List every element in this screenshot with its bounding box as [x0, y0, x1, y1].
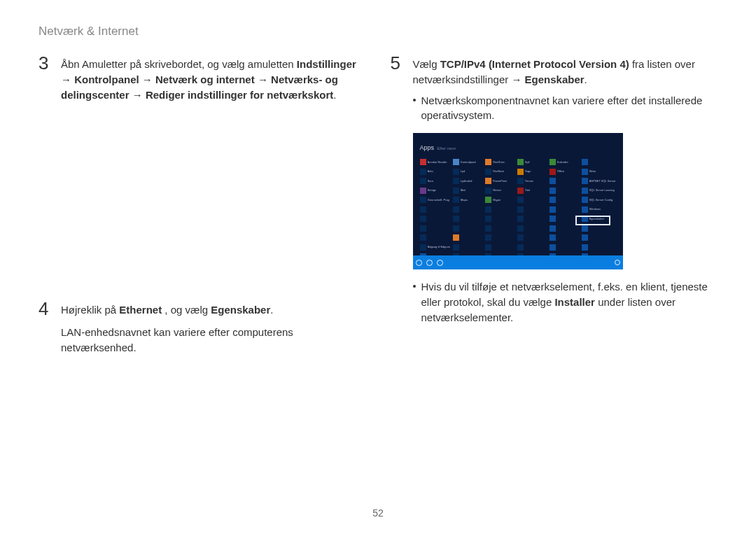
app-tile-label: Arkiv — [428, 169, 434, 174]
step-number: 3 — [38, 54, 52, 72]
app-tile: Beregn — [420, 186, 450, 195]
app-tile-icon — [420, 234, 426, 241]
step-4: 4 Højreklik på Ethernet , og vælg Egensk… — [38, 300, 366, 359]
app-tile — [420, 224, 450, 232]
app-tile-icon — [453, 159, 459, 165]
app-tile-icon — [453, 197, 459, 203]
text: Vælg — [413, 58, 440, 70]
app-tile — [485, 234, 514, 242]
app-tile-label: Weer — [589, 169, 596, 174]
app-tile: Skype — [485, 196, 514, 204]
app-tile — [550, 215, 579, 223]
app-tile-icon — [453, 188, 459, 194]
app-tile-icon — [420, 216, 426, 222]
app-tile-label: Office — [557, 169, 564, 174]
app-tile-label: Lyd — [461, 169, 465, 174]
bold-text: Ethernet — [119, 304, 162, 316]
app-tile — [453, 234, 482, 242]
text: Åbn Amuletter på skrivebordet, og vælg a… — [61, 58, 297, 70]
app-tile-label: Lydindstil — [461, 179, 472, 183]
app-tile-icon — [453, 244, 459, 251]
app-tile — [582, 224, 616, 232]
app-tile: Skitser — [485, 186, 514, 195]
app-tile — [517, 224, 547, 232]
app-tile-icon — [582, 188, 588, 194]
app-tile: SQL Server Løsning — [582, 186, 616, 195]
app-tile: Dato indstill. Prog — [420, 196, 450, 204]
app-tile — [420, 215, 450, 223]
app-tile-icon — [582, 178, 588, 184]
app-tile-label: PowerPoint — [493, 179, 507, 183]
app-tile: Lyd — [453, 167, 482, 176]
bullet-item: Hvis du vil tilføje et netværkselement, … — [413, 279, 718, 325]
step-body: Åbn Amuletter på skrivebordet, og vælg a… — [61, 54, 366, 106]
app-tile: Weer — [582, 167, 616, 176]
step-text: Vælg TCP/IPv4 (Internet Protocol Version… — [413, 57, 718, 87]
app-tile: ASPNET SQL Server — [582, 177, 616, 185]
app-tile — [582, 243, 616, 251]
app-tile-icon — [485, 234, 491, 241]
app-tile-icon — [485, 159, 491, 165]
text: Højreklik på — [61, 304, 119, 316]
app-tile-icon — [485, 216, 491, 222]
bullet-text: Hvis du vil tilføje et netværkselement, … — [421, 279, 718, 325]
app-tile-icon — [420, 159, 426, 165]
app-tile-icon — [582, 225, 588, 232]
app-tile-icon — [485, 169, 491, 175]
app-tile-icon — [550, 169, 556, 175]
app-tile-icon — [485, 197, 491, 203]
app-tile-icon — [420, 178, 426, 184]
apps-title: Apps — [420, 144, 435, 151]
app-tile-label: Kalender — [557, 160, 568, 164]
app-tile — [517, 234, 547, 242]
app-tile-icon — [517, 178, 524, 184]
app-tile-label: SQL Server Løsning — [589, 188, 615, 192]
apps-header: Apps Efter navn — [413, 133, 623, 155]
app-tile — [550, 205, 579, 213]
app-tile: Tegn — [517, 167, 547, 176]
app-tile: Titel — [517, 186, 547, 195]
bold-text: Egenskaber — [525, 73, 584, 85]
app-tile: Barn — [420, 177, 450, 185]
app-tile-label: Termin — [525, 179, 533, 183]
info-icon — [615, 260, 620, 265]
step-number: 5 — [391, 54, 405, 72]
app-tile-icon — [550, 178, 556, 184]
app-tile — [517, 205, 547, 213]
arrow: → — [255, 73, 271, 85]
text: . — [270, 304, 273, 316]
app-tile-label: Windows — [589, 207, 601, 211]
app-tile-icon — [517, 169, 524, 175]
app-tile-icon — [517, 206, 524, 213]
app-tile-icon — [517, 188, 524, 194]
app-tile-icon — [453, 178, 459, 184]
app-tile-label: Skype — [493, 198, 500, 202]
bullet-item: Netværkskomponentnavnet kan variere efte… — [413, 93, 718, 124]
app-tile-icon — [582, 206, 588, 213]
app-tile — [582, 158, 616, 167]
app-tile-icon — [517, 159, 524, 165]
app-tile — [453, 205, 482, 213]
app-tile-icon — [582, 159, 588, 165]
arrow: → — [61, 73, 74, 85]
app-tile-icon — [420, 197, 426, 203]
app-tile — [517, 243, 547, 251]
app-tile: Mail — [453, 186, 482, 195]
app-tile-label: Skitser — [493, 188, 501, 192]
text: , og vælg — [162, 304, 211, 316]
step-3: 3 Åbn Amuletter på skrivebordet, og vælg… — [38, 54, 366, 106]
step-body: Vælg TCP/IPv4 (Internet Protocol Version… — [413, 54, 718, 330]
app-tile: Arkiv — [420, 167, 450, 176]
step-subtext: LAN-enhedsnavnet kan variere efter compu… — [61, 325, 366, 356]
app-tile: Lydindstil — [453, 177, 482, 185]
app-tile: OneNote — [485, 167, 514, 176]
app-tile-label: Maps — [461, 198, 468, 202]
app-tile-icon — [485, 178, 491, 184]
step-text: Åbn Amuletter på skrivebordet, og vælg a… — [61, 57, 366, 102]
bold-text: Indstillinger — [297, 58, 356, 70]
bullet-dot-icon — [413, 99, 416, 101]
app-tile — [453, 215, 482, 223]
app-tile-icon — [420, 225, 426, 232]
app-tile-label: Kontrolpanel — [461, 160, 476, 164]
app-tile: Termin — [517, 177, 547, 185]
